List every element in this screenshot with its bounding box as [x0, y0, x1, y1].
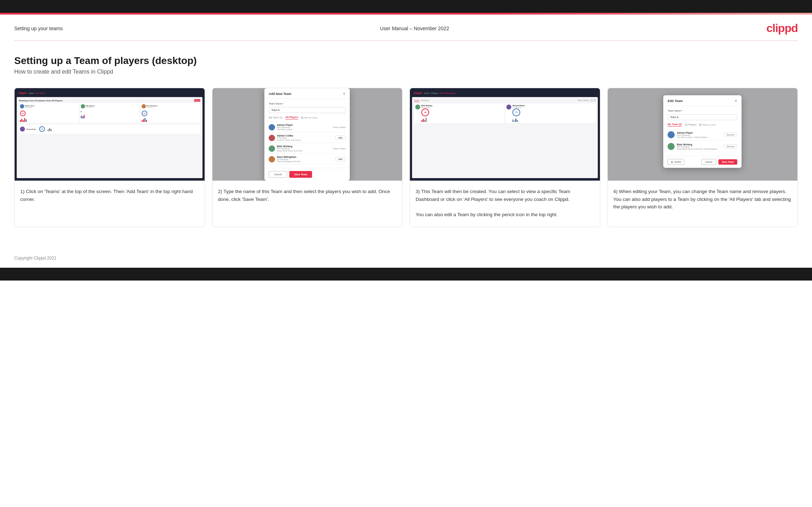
- edit-remove-btn-1[interactable]: Remove: [724, 133, 737, 137]
- ss1-bar: [142, 120, 143, 122]
- player-status-3: Player Added: [333, 148, 346, 150]
- screenshot-1-dashboard: clippd Home My Teams Showing 5 out of 8 …: [15, 88, 205, 181]
- ss1-players-grid: Adrian Collins Plus Handicap 84: [19, 103, 200, 123]
- ss1-bottom-player: Richard Butler 72: [19, 124, 200, 134]
- filter-by-name: Filter by name: [301, 117, 317, 119]
- edit-filter-checkbox[interactable]: [699, 124, 701, 126]
- ss3-bar: [515, 118, 516, 122]
- ss3-tab-teams[interactable]: Teams: [414, 99, 420, 102]
- ss3-logo: clippd: [413, 91, 422, 95]
- ss3-score-1: 94: [421, 108, 429, 116]
- team-name-input[interactable]: [269, 107, 346, 113]
- player-avatar-1: [269, 124, 275, 130]
- card-3-screenshot: clippd Home Players My Performance Teams…: [410, 88, 600, 181]
- player-club-3: Plus HandicapRoyal North Devon Golf Club: [277, 148, 302, 152]
- edit-modal-body: Team Name * My Team (2) All Players Filt…: [663, 106, 742, 156]
- player-status-1: Player Added: [333, 126, 346, 128]
- edit-team-modal: Edit Team ✕ Team Name * My Team (2) All …: [663, 95, 742, 168]
- player-details-1: Adrian Player Plus HandicapThe Shire Lon…: [277, 124, 293, 130]
- modal-cancel-button[interactable]: Cancel: [269, 171, 287, 178]
- page-subtitle: How to create and edit Teams in Clippd: [14, 69, 798, 75]
- ss1-player-name-bottom: Richard Butler: [26, 128, 36, 130]
- ss3-player-2-club: Plus Handicap: [512, 107, 524, 108]
- player-details-4: Dave Billingham 3.5 HandicapThe Ding Mag…: [277, 156, 300, 162]
- edit-player-left-1: Adrian Player Plus HandicapThe Shire Lon…: [668, 131, 707, 138]
- player-name-4: Dave Billingham: [277, 156, 300, 158]
- ss3-pencil-icon[interactable]: [590, 99, 593, 102]
- ss3-bar: [421, 120, 422, 122]
- edit-player-name-2: Blair McHarg: [677, 143, 717, 146]
- edit-save-team-button[interactable]: Save Team: [718, 159, 737, 165]
- modal-player-left: Adrian Player Plus HandicapThe Shire Lon…: [269, 124, 293, 130]
- card-4-description: 4) When editing your Team, you can chang…: [608, 181, 798, 219]
- ss1-bar: [82, 116, 83, 118]
- player-avatar-3: [269, 145, 275, 152]
- edit-delete-button[interactable]: 🗑 Delete: [668, 159, 684, 165]
- tab-my-team[interactable]: My Team (2): [269, 116, 283, 119]
- ss1-content: Showing 5 out of 8 players from All Play…: [17, 97, 202, 178]
- ss3-score-2: 72: [512, 108, 520, 116]
- ss3-nav-performance: My Performance: [440, 92, 455, 94]
- ss3-nav: Home Players My Performance: [424, 92, 455, 94]
- ss1-player-info-1: Plus Handicap: [25, 107, 35, 108]
- player-add-btn-4[interactable]: Add: [335, 157, 346, 161]
- ss3-player-2-info: Richard Butler Plus Handicap 72: [512, 105, 524, 122]
- tab-all-players[interactable]: All Players: [285, 116, 298, 119]
- ss1-add-team-btn[interactable]: Add Team: [194, 99, 200, 102]
- main-content: Setting up a Team of players (desktop) H…: [0, 41, 812, 249]
- modal-body: Team Name * My Team (2) All Players Filt…: [264, 99, 350, 168]
- modal-player-item: Adrian Player Plus HandicapThe Shire Lon…: [269, 122, 346, 132]
- edit-tab-my-team[interactable]: My Team (2): [668, 123, 682, 127]
- modal-player-list: Adrian Player Plus HandicapThe Shire Lon…: [269, 122, 346, 164]
- modal-player-left: Blair McHarg Plus HandicapRoyal North De…: [269, 145, 302, 152]
- edit-tab-all-players[interactable]: All Players: [685, 123, 696, 127]
- edit-player-item-2: Blair McHarg Plus HandicapRoyal North De…: [668, 141, 737, 152]
- edit-cancel-button[interactable]: Cancel: [701, 159, 716, 165]
- modal-save-team-button[interactable]: Save Team: [289, 171, 312, 178]
- ss1-bar: [21, 119, 22, 122]
- player-club-1: Plus HandicapThe Shire London: [277, 126, 293, 130]
- ss1-bars-bottom: [48, 127, 52, 131]
- ss1-player-name-3: Dave Billingham: [147, 105, 158, 107]
- ss3-players-grid: Blair McHarg Plus Handicap 94: [414, 103, 596, 123]
- ss3-bars-2: [512, 117, 524, 122]
- ss3-player-1: Blair McHarg Plus Handicap 94: [414, 103, 504, 123]
- edit-team-name-input[interactable]: [668, 114, 737, 120]
- card-3-description: 3) This Team will then be created. You c…: [410, 181, 600, 227]
- edit-modal-tabs: My Team (2) All Players Filter by name: [668, 123, 737, 127]
- ss3-content: Teams All Players Player Details: [412, 97, 598, 178]
- player-add-btn-2[interactable]: Add: [335, 135, 346, 140]
- ss3-tab-all-players[interactable]: All Players: [421, 99, 429, 102]
- card-2: Add New Team ✕ Team Name * My Team (2) A…: [212, 88, 403, 227]
- ss3-nav-players: Players: [431, 92, 438, 94]
- modal-footer: Cancel Save Team: [264, 168, 350, 181]
- ss3-topbar: clippd Home Players My Performance: [412, 90, 598, 96]
- ss1-bar: [51, 129, 52, 131]
- modal-close-icon[interactable]: ✕: [343, 92, 346, 96]
- edit-filter-by-name: Filter by name: [699, 124, 716, 126]
- ss1-bars-3: [142, 118, 199, 122]
- ss1-bar: [143, 119, 144, 122]
- ss3-bar: [424, 120, 425, 122]
- ss1-player-info-2: Plus Handicap: [86, 107, 95, 108]
- ss1-bar: [20, 120, 21, 122]
- modal-player-item: Adrian Coliba 1 HandicapCentral London G…: [269, 133, 346, 143]
- player-avatar-4: [269, 156, 275, 162]
- ss1-nav: Home My Teams: [29, 92, 46, 94]
- ss1-player-info-3: 3.5 Handicap: [147, 107, 158, 108]
- edit-remove-btn-2[interactable]: Remove: [724, 144, 737, 149]
- ss3-grid-icon[interactable]: [593, 99, 596, 102]
- card-1-screenshot: clippd Home My Teams Showing 5 out of 8 …: [15, 88, 205, 181]
- edit-player-details-1: Adrian Player Plus HandicapThe Shire Lon…: [677, 132, 707, 138]
- player-avatar-2: [269, 135, 275, 141]
- ss1-player-card-2: Blair McHarg Plus Handicap 0: [80, 103, 139, 123]
- ss3-bars-1: [421, 117, 432, 122]
- cards-grid: clippd Home My Teams Showing 5 out of 8 …: [14, 88, 798, 227]
- player-name-2: Adrian Coliba: [277, 134, 301, 137]
- card-1: clippd Home My Teams Showing 5 out of 8 …: [14, 88, 205, 227]
- edit-modal-close-icon[interactable]: ✕: [734, 99, 737, 103]
- header-left-label: Setting up your teams: [14, 26, 63, 31]
- ss1-bars-1: [20, 118, 78, 122]
- edit-modal-footer: 🗑 Delete Cancel Save Team: [663, 156, 742, 168]
- filter-checkbox[interactable]: [301, 117, 303, 119]
